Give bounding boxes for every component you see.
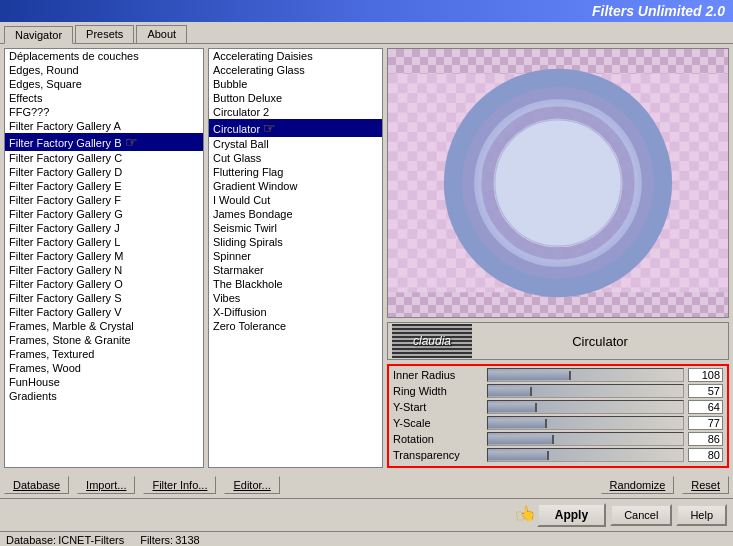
- list-item-selected[interactable]: Circulator ☞: [209, 119, 382, 137]
- list-item[interactable]: Sliding Spirals: [209, 235, 382, 249]
- list-item[interactable]: Filter Factory Gallery M: [5, 249, 203, 263]
- list-item[interactable]: Filter Factory Gallery V: [5, 305, 203, 319]
- param-value-2: 64: [688, 400, 723, 414]
- param-row: Ring Width 57: [393, 384, 723, 398]
- list-item[interactable]: Zero Tolerance: [209, 319, 382, 333]
- filter-info-button[interactable]: Filter Info...: [143, 476, 216, 494]
- param-value-5: 80: [688, 448, 723, 462]
- list-item[interactable]: James Bondage: [209, 207, 382, 221]
- param-row: Inner Radius 108: [393, 368, 723, 382]
- param-row: Y-Start 64: [393, 400, 723, 414]
- title-bar: Filters Unlimited 2.0: [0, 0, 733, 22]
- list-item[interactable]: FunHouse: [5, 375, 203, 389]
- tab-bar: Navigator Presets About: [0, 22, 733, 44]
- list-item[interactable]: Accelerating Daisies: [209, 49, 382, 63]
- list-item[interactable]: Filter Factory Gallery N: [5, 263, 203, 277]
- list-item[interactable]: Fluttering Flag: [209, 165, 382, 179]
- tab-about[interactable]: About: [136, 25, 187, 43]
- filter-logo-text: claudia: [413, 334, 451, 348]
- param-label: Y-Start: [393, 401, 483, 413]
- list-item[interactable]: Filter Factory Gallery A: [5, 119, 203, 133]
- filter-logo: claudia: [392, 324, 472, 358]
- param-slider-0[interactable]: [487, 368, 684, 382]
- list-item[interactable]: FFG???: [5, 105, 203, 119]
- param-value-3: 77: [688, 416, 723, 430]
- list-item[interactable]: Déplacements de couches: [5, 49, 203, 63]
- apply-button[interactable]: Apply: [537, 503, 606, 527]
- param-label: Transparency: [393, 449, 483, 461]
- list-item-selected[interactable]: Filter Factory Gallery B ☞: [5, 133, 203, 151]
- action-bar: ☞ Apply Cancel Help: [0, 498, 733, 531]
- filter-info-bar: claudia Circulator: [387, 322, 729, 360]
- tab-presets[interactable]: Presets: [75, 25, 134, 43]
- param-label: Ring Width: [393, 385, 483, 397]
- list-item[interactable]: The Blackhole: [209, 277, 382, 291]
- param-value-1: 57: [688, 384, 723, 398]
- list-item[interactable]: Filter Factory Gallery J: [5, 221, 203, 235]
- list-item[interactable]: X-Diffusion: [209, 305, 382, 319]
- param-label: Inner Radius: [393, 369, 483, 381]
- randomize-button[interactable]: Randomize: [601, 476, 675, 494]
- tab-navigator[interactable]: Navigator: [4, 26, 73, 44]
- filters-label: Filters:: [140, 534, 173, 546]
- svg-point-6: [495, 120, 621, 246]
- list-item[interactable]: Filter Factory Gallery O: [5, 277, 203, 291]
- list-item[interactable]: Crystal Ball: [209, 137, 382, 151]
- list-item[interactable]: Cut Glass: [209, 151, 382, 165]
- list-item[interactable]: Edges, Round: [5, 63, 203, 77]
- list-item[interactable]: Circulator 2: [209, 105, 382, 119]
- main-content: Déplacements de couches Edges, Round Edg…: [0, 44, 733, 472]
- list-item[interactable]: Effects: [5, 91, 203, 105]
- filter-name-display: Circulator: [476, 334, 724, 349]
- list-item[interactable]: Gradients: [5, 389, 203, 403]
- right-panel: claudia Circulator Inner Radius 108 Ring…: [387, 48, 729, 468]
- list-item[interactable]: Frames, Marble & Crystal: [5, 319, 203, 333]
- list-item[interactable]: Filter Factory Gallery S: [5, 291, 203, 305]
- list-item[interactable]: Accelerating Glass: [209, 63, 382, 77]
- editor-button[interactable]: Editor...: [224, 476, 279, 494]
- param-slider-3[interactable]: [487, 416, 684, 430]
- list-item[interactable]: Filter Factory Gallery E: [5, 179, 203, 193]
- bottom-toolbar: Database Import... Filter Info... Editor…: [0, 472, 733, 498]
- list-item[interactable]: Button Deluxe: [209, 91, 382, 105]
- list-item[interactable]: Filter Factory Gallery C: [5, 151, 203, 165]
- param-slider-5[interactable]: [487, 448, 684, 462]
- list-item[interactable]: Vibes: [209, 291, 382, 305]
- database-label: Database:: [6, 534, 56, 546]
- filter-list[interactable]: Accelerating Daisies Accelerating Glass …: [208, 48, 383, 468]
- list-item[interactable]: Spinner: [209, 249, 382, 263]
- import-button[interactable]: Import...: [77, 476, 135, 494]
- param-label: Y-Scale: [393, 417, 483, 429]
- list-item[interactable]: Bubble: [209, 77, 382, 91]
- list-item[interactable]: Filter Factory Gallery L: [5, 235, 203, 249]
- list-item[interactable]: Starmaker: [209, 263, 382, 277]
- list-item[interactable]: Frames, Stone & Granite: [5, 333, 203, 347]
- param-value-4: 86: [688, 432, 723, 446]
- param-slider-2[interactable]: [487, 400, 684, 414]
- list-item[interactable]: Seismic Twirl: [209, 221, 382, 235]
- param-row: Rotation 86: [393, 432, 723, 446]
- reset-button[interactable]: Reset: [682, 476, 729, 494]
- database-value: ICNET-Filters: [58, 534, 124, 546]
- list-item[interactable]: Edges, Square: [5, 77, 203, 91]
- list-item[interactable]: Frames, Textured: [5, 347, 203, 361]
- list-item[interactable]: Filter Factory Gallery F: [5, 193, 203, 207]
- param-slider-4[interactable]: [487, 432, 684, 446]
- list-item[interactable]: Gradient Window: [209, 179, 382, 193]
- param-row: Transparency 80: [393, 448, 723, 462]
- cancel-button[interactable]: Cancel: [610, 504, 672, 526]
- status-bar: Database: ICNET-Filters Filters: 3138: [0, 531, 733, 546]
- list-item[interactable]: I Would Cut: [209, 193, 382, 207]
- list-item[interactable]: Frames, Wood: [5, 361, 203, 375]
- database-button[interactable]: Database: [4, 476, 69, 494]
- app-title: Filters Unlimited 2.0: [592, 3, 725, 19]
- param-row: Y-Scale 77: [393, 416, 723, 430]
- param-slider-1[interactable]: [487, 384, 684, 398]
- list-item[interactable]: Filter Factory Gallery D: [5, 165, 203, 179]
- help-button[interactable]: Help: [676, 504, 727, 526]
- filters-value: 3138: [175, 534, 199, 546]
- category-list[interactable]: Déplacements de couches Edges, Round Edg…: [4, 48, 204, 468]
- param-value-0: 108: [688, 368, 723, 382]
- preview-area[interactable]: [387, 48, 729, 318]
- list-item[interactable]: Filter Factory Gallery G: [5, 207, 203, 221]
